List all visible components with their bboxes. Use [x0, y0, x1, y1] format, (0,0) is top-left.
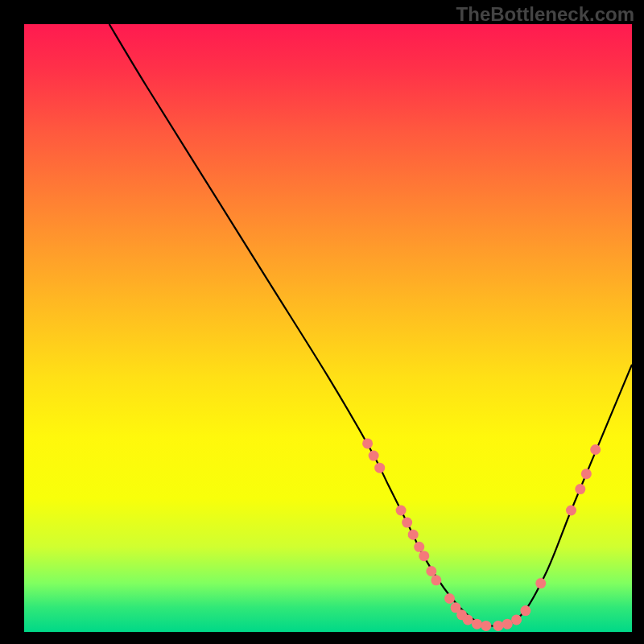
data-marker — [431, 575, 441, 585]
curve-path — [109, 24, 632, 626]
data-marker — [419, 551, 429, 561]
marker-group — [362, 438, 601, 631]
data-marker — [414, 542, 424, 552]
data-marker — [374, 463, 385, 473]
data-marker — [444, 593, 455, 604]
data-marker — [535, 578, 546, 588]
data-marker — [493, 621, 503, 631]
data-marker — [481, 621, 491, 631]
data-marker — [502, 619, 513, 630]
plot-area — [24, 24, 632, 632]
watermark-text: TheBottleneck.com — [456, 3, 634, 26]
data-marker — [402, 518, 412, 528]
data-marker — [362, 438, 373, 448]
data-marker — [511, 614, 522, 625]
data-marker — [472, 619, 482, 630]
data-marker — [590, 444, 601, 455]
data-marker — [520, 605, 530, 616]
data-marker — [581, 469, 592, 479]
data-marker — [408, 530, 419, 540]
data-marker — [396, 506, 407, 516]
data-marker — [566, 506, 576, 516]
data-marker — [575, 484, 585, 494]
data-marker — [426, 566, 436, 576]
data-marker — [369, 451, 379, 461]
chart-svg — [24, 24, 632, 632]
data-marker — [463, 614, 473, 625]
